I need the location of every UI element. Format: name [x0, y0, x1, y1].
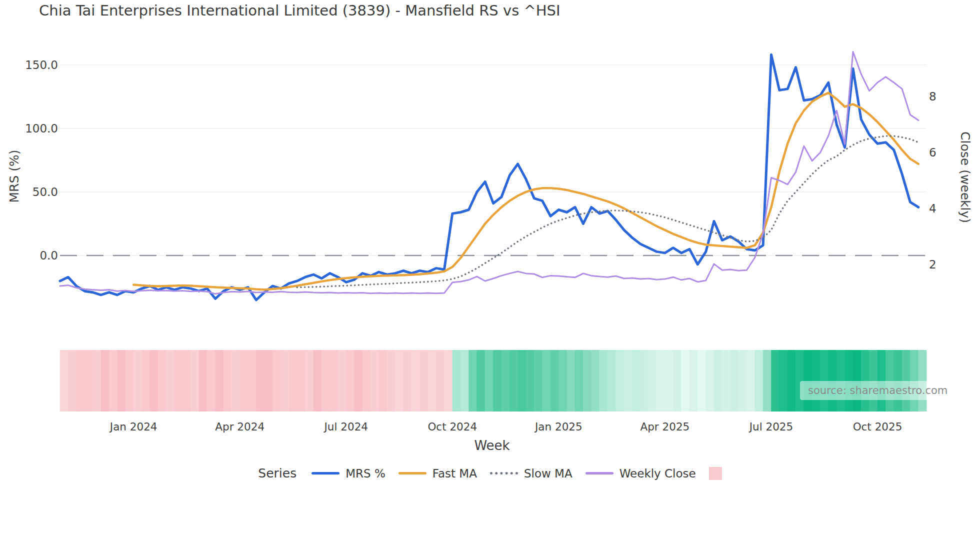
- band-cell: [362, 350, 371, 412]
- band-cell: [370, 350, 379, 412]
- band-cell: [452, 350, 461, 412]
- band-cell: [788, 350, 796, 412]
- band-cell: [403, 350, 412, 412]
- band-cell: [346, 350, 354, 412]
- x-axis-tick-label: Oct 2024: [428, 420, 477, 433]
- band-cell: [174, 350, 183, 412]
- band-cell: [272, 350, 281, 412]
- band-cell: [526, 350, 534, 412]
- band-cell: [60, 350, 68, 412]
- band-cell: [305, 350, 314, 412]
- right-axis-tick-label: 4: [929, 202, 936, 215]
- band-cell: [502, 350, 510, 412]
- right-axis-tick-label: 2: [929, 258, 936, 271]
- band-cell: [444, 350, 452, 412]
- band-cell: [100, 350, 109, 412]
- band-cell: [690, 350, 698, 412]
- band-cell: [109, 350, 118, 412]
- band-cell: [150, 350, 158, 412]
- band-cell: [632, 350, 640, 412]
- band-cell: [771, 350, 780, 412]
- band-cell: [591, 350, 600, 412]
- band-cell: [297, 350, 306, 412]
- band-cell: [673, 350, 682, 412]
- band-cell: [190, 350, 199, 412]
- band-cell: [289, 350, 298, 412]
- band-cell: [542, 350, 550, 412]
- band-cell: [387, 350, 396, 412]
- band-cell: [583, 350, 592, 412]
- x-axis-tick-label: Apr 2024: [215, 420, 264, 433]
- legend-swatch-line: [312, 472, 340, 474]
- band-cell: [558, 350, 567, 412]
- band-cell: [395, 350, 404, 412]
- band-cell: [256, 350, 264, 412]
- right-axis-title: Close (weekly): [958, 128, 972, 228]
- band-cell: [754, 350, 763, 412]
- left-axis-tick-label: 50.0: [32, 186, 58, 198]
- legend: Series MRS %Fast MASlow MAWeekly Close: [0, 466, 980, 480]
- band-cell: [264, 350, 272, 412]
- left-axis-tick-label: 0.0: [40, 249, 58, 262]
- chart-container: Chia Tai Enterprises International Limit…: [0, 0, 980, 551]
- legend-swatch-line: [398, 472, 426, 474]
- legend-item-band[interactable]: [709, 467, 722, 480]
- band-cell: [420, 350, 428, 412]
- band-cell: [117, 350, 126, 412]
- band-cell: [624, 350, 632, 412]
- band-cell: [493, 350, 502, 412]
- band-cell: [575, 350, 584, 412]
- band-cell: [730, 350, 738, 412]
- band-cell: [600, 350, 608, 412]
- legend-label: Weekly Close: [620, 467, 696, 480]
- band-cell: [76, 350, 84, 412]
- band-cell: [126, 350, 134, 412]
- band-cell: [182, 350, 191, 412]
- band-cell: [436, 350, 444, 412]
- series-line-mrs-[interactable]: [60, 54, 918, 300]
- band-cell: [460, 350, 469, 412]
- band-cell: [84, 350, 93, 412]
- legend-label: Slow MA: [524, 467, 572, 480]
- legend-label: Fast MA: [432, 467, 477, 480]
- band-cell: [780, 350, 788, 412]
- series-line-fast-ma[interactable]: [134, 93, 918, 290]
- band-cell: [722, 350, 730, 412]
- band-cell: [656, 350, 665, 412]
- band-cell: [763, 350, 772, 412]
- band-cell: [215, 350, 224, 412]
- x-axis-tick-label: Jul 2024: [324, 420, 368, 433]
- legend-item-weekly-close[interactable]: Weekly Close: [586, 467, 696, 480]
- band-cell: [158, 350, 166, 412]
- legend-item-fast-ma[interactable]: Fast MA: [398, 467, 477, 480]
- band-cell: [428, 350, 436, 412]
- left-axis-tick-label: 100.0: [25, 122, 58, 135]
- band-cell: [510, 350, 518, 412]
- band-cell: [698, 350, 706, 412]
- band-cell: [240, 350, 248, 412]
- band-cell: [746, 350, 755, 412]
- band-cell: [616, 350, 624, 412]
- legend-item-slow-ma[interactable]: Slow MA: [490, 467, 572, 480]
- band-cell: [485, 350, 494, 412]
- band-cell: [166, 350, 174, 412]
- band-cell: [566, 350, 575, 412]
- legend-item-mrs-[interactable]: MRS %: [312, 467, 386, 480]
- band-cell: [68, 350, 76, 412]
- band-cell: [330, 350, 338, 412]
- band-cell: [199, 350, 208, 412]
- band-cell: [232, 350, 240, 412]
- legend-title: Series: [258, 466, 296, 480]
- band-cell: [378, 350, 387, 412]
- source-watermark: source: sharemaestro.com: [800, 381, 956, 400]
- right-axis-tick-label: 8: [929, 90, 936, 103]
- x-axis-tick-label: Apr 2025: [640, 420, 690, 433]
- x-axis-tick-label: Oct 2025: [853, 420, 902, 433]
- band-cell: [207, 350, 216, 412]
- x-axis-tick-label: Jan 2025: [534, 420, 582, 433]
- legend-swatch-square: [709, 467, 722, 480]
- right-axis-tick-label: 6: [929, 146, 936, 159]
- band-cell: [248, 350, 256, 412]
- series-line-weekly-close[interactable]: [60, 52, 918, 294]
- band-cell: [468, 350, 477, 412]
